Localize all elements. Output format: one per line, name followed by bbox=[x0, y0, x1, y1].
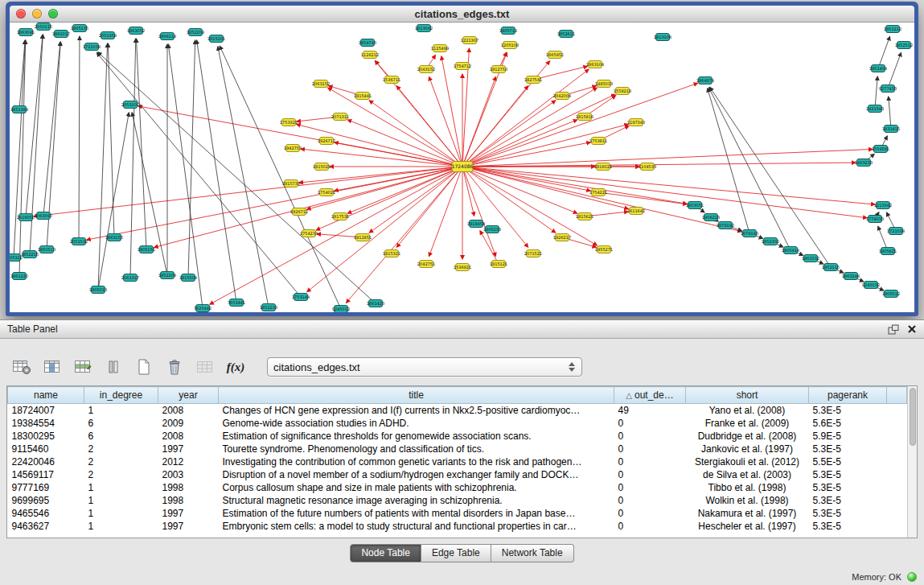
graph-edge[interactable] bbox=[347, 120, 462, 167]
cell-in_degree[interactable]: 2 bbox=[84, 455, 158, 468]
column-header-pagerank[interactable]: pagerank bbox=[809, 387, 887, 404]
cell-year[interactable]: 2008 bbox=[158, 430, 219, 443]
graph-edge[interactable] bbox=[462, 149, 873, 167]
cell-name[interactable]: 18724007 bbox=[8, 404, 84, 417]
cell-year[interactable]: 2003 bbox=[158, 468, 219, 481]
new-table-button[interactable] bbox=[132, 356, 156, 378]
cell-in_degree[interactable]: 6 bbox=[84, 417, 158, 430]
graph-edge[interactable] bbox=[480, 231, 499, 264]
graph-edge[interactable] bbox=[136, 39, 146, 249]
graph-edge[interactable] bbox=[462, 167, 687, 204]
cell-title[interactable]: Tourette syndrome. Phenomenology and cla… bbox=[219, 443, 614, 455]
scrollbar-thumb[interactable] bbox=[910, 388, 916, 446]
graph-edge[interactable] bbox=[218, 47, 269, 307]
cell-name[interactable]: 9777169 bbox=[8, 481, 84, 494]
cell-pagerank[interactable]: 5.3E-5 bbox=[809, 443, 887, 455]
cell-short[interactable]: Dudbridge et al. (2008) bbox=[686, 430, 809, 443]
minimize-window-button[interactable] bbox=[32, 9, 42, 19]
cell-pagerank[interactable]: 5.5E-5 bbox=[809, 455, 887, 468]
cell-title[interactable]: Investigating the contribution of common… bbox=[219, 455, 614, 468]
graph-edge[interactable] bbox=[888, 52, 901, 89]
cell-pagerank[interactable]: 5.3E-5 bbox=[809, 520, 887, 533]
window-titlebar[interactable]: citations_edges.txt bbox=[10, 6, 914, 23]
graph-edge[interactable] bbox=[26, 35, 43, 217]
cell-pagerank[interactable]: 5.6E-5 bbox=[809, 417, 887, 430]
graph-edge[interactable] bbox=[396, 167, 462, 247]
cell-name[interactable]: 9463627 bbox=[8, 520, 84, 533]
table-row[interactable]: 946554611997Estimation of the future num… bbox=[8, 507, 907, 520]
cell-short[interactable]: Franke et al. (2009) bbox=[686, 417, 809, 430]
cell-out_degree[interactable]: 0 bbox=[614, 455, 686, 468]
close-window-button[interactable] bbox=[16, 9, 26, 19]
table-row[interactable]: 911546021997Tourette syndrome. Phenomeno… bbox=[8, 443, 907, 455]
cell-name[interactable]: 19384554 bbox=[8, 417, 84, 430]
cell-name[interactable]: 9699695 bbox=[8, 494, 84, 507]
cell-year[interactable]: 1998 bbox=[158, 481, 219, 494]
tab-node-table[interactable]: Node Table bbox=[350, 544, 421, 562]
graph-edge[interactable] bbox=[43, 42, 60, 216]
cell-short[interactable]: Wolkin et al. (1998) bbox=[686, 494, 809, 507]
graph-edge[interactable] bbox=[429, 76, 462, 167]
cell-year[interactable]: 2008 bbox=[158, 404, 219, 417]
table-row[interactable]: 1938455462009Genome-wide association stu… bbox=[8, 417, 907, 430]
cell-title[interactable]: Corpus callosum shape and size in male p… bbox=[219, 481, 614, 494]
graph-edge[interactable] bbox=[98, 113, 129, 290]
cell-in_degree[interactable]: 2 bbox=[84, 443, 158, 455]
graph-edge[interactable] bbox=[328, 88, 462, 167]
table-row[interactable]: 1456911722003Disruption of a novel membe… bbox=[8, 468, 907, 481]
close-panel-icon[interactable] bbox=[907, 324, 917, 334]
cell-pagerank[interactable]: 5.9E-5 bbox=[809, 430, 887, 443]
edit-columns-button[interactable] bbox=[71, 356, 95, 378]
graph-edge[interactable] bbox=[97, 53, 301, 297]
graph-edge[interactable] bbox=[462, 120, 577, 167]
cell-in_degree[interactable]: 1 bbox=[84, 494, 158, 507]
graph-edge[interactable] bbox=[878, 36, 890, 68]
cell-in_degree[interactable]: 1 bbox=[84, 520, 158, 533]
float-panel-icon[interactable] bbox=[888, 324, 899, 335]
graph-edge[interactable] bbox=[316, 167, 462, 230]
cell-year[interactable]: 2012 bbox=[158, 455, 219, 468]
cell-name[interactable]: 9115460 bbox=[8, 443, 84, 455]
cell-pagerank[interactable]: 5.3E-5 bbox=[809, 481, 887, 494]
graph-edge[interactable] bbox=[598, 192, 687, 204]
delete-table-button[interactable] bbox=[162, 356, 187, 378]
tab-edge-table[interactable]: Edge Table bbox=[421, 544, 491, 562]
column-header-name[interactable]: name bbox=[8, 387, 84, 404]
cell-title[interactable]: Changes of HCN gene expression and I(f) … bbox=[219, 404, 614, 417]
graph-edge[interactable] bbox=[462, 167, 875, 204]
graph-edge[interactable] bbox=[462, 163, 856, 167]
graph-edge[interactable] bbox=[462, 124, 628, 167]
table-row[interactable]: 977716911998Corpus callosum shape and si… bbox=[8, 481, 907, 494]
cell-pagerank[interactable]: 5.3E-5 bbox=[809, 494, 887, 507]
column-header-out_degree[interactable]: △out_de… bbox=[614, 387, 686, 404]
graph-edge[interactable] bbox=[168, 44, 203, 308]
cell-name[interactable]: 14569117 bbox=[8, 468, 84, 481]
graph-edge[interactable] bbox=[347, 167, 462, 213]
cell-name[interactable]: 18300295 bbox=[8, 430, 84, 443]
cell-out_degree[interactable]: 0 bbox=[614, 443, 686, 455]
cell-title[interactable]: Structural magnetic resonance image aver… bbox=[219, 494, 614, 507]
cell-short[interactable]: Jankovic et al. (1997) bbox=[686, 443, 809, 455]
cell-year[interactable]: 1997 bbox=[158, 507, 219, 520]
cell-in_degree[interactable]: 1 bbox=[84, 404, 158, 417]
graph-edge[interactable] bbox=[462, 167, 867, 218]
cell-in_degree[interactable]: 1 bbox=[84, 481, 158, 494]
network-view-window[interactable]: citations_edges.txt 17240861816021175381… bbox=[6, 2, 918, 316]
cell-title[interactable]: Genome-wide association studies in ADHD. bbox=[219, 417, 614, 430]
cell-year[interactable]: 1997 bbox=[158, 520, 219, 533]
cell-out_degree[interactable]: 0 bbox=[614, 507, 686, 520]
cell-in_degree[interactable]: 2 bbox=[84, 468, 158, 481]
graph-edge[interactable] bbox=[30, 35, 43, 254]
graph-edge[interactable] bbox=[462, 167, 741, 232]
zoom-window-button[interactable] bbox=[48, 9, 58, 19]
cell-out_degree[interactable]: 0 bbox=[614, 430, 686, 443]
row-options-button[interactable] bbox=[101, 356, 125, 378]
graph-edge[interactable] bbox=[97, 52, 376, 303]
cell-out_degree[interactable]: 0 bbox=[614, 520, 686, 533]
graph-edge[interactable] bbox=[462, 167, 628, 209]
table-scrollbar[interactable] bbox=[907, 386, 917, 538]
cell-year[interactable]: 2009 bbox=[158, 417, 219, 430]
cell-title[interactable]: Embryonic stem cells: a model to study s… bbox=[219, 520, 614, 533]
import-table-button[interactable] bbox=[193, 356, 217, 378]
graph-edge[interactable] bbox=[79, 36, 80, 241]
